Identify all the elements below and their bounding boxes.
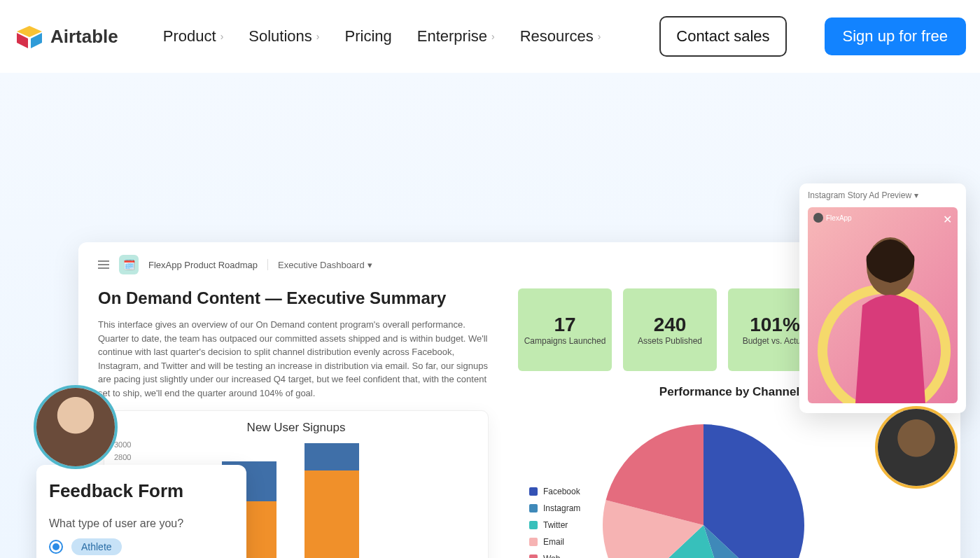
legend-item: Instagram [529,503,580,513]
nav-resources[interactable]: Resources› [520,27,601,46]
bar-column [304,443,359,558]
legend-item: Twitter [529,520,580,530]
chevron-right-icon: › [316,31,320,42]
dashboard-title: On Demand Content — Executive Summary [98,288,490,308]
instagram-story-image: FlexApp ✕ [808,207,958,403]
contact-sales-button[interactable]: Contact sales [659,16,786,57]
logo[interactable]: Airtable [14,23,118,50]
legend-item: Facebook [529,487,580,496]
chevron-right-icon: › [491,31,495,42]
instagram-account-tag: FlexApp [813,213,852,223]
avatar [34,385,118,469]
person-graphic [834,228,946,403]
legend-item: Web [529,554,580,558]
nav-links: Product› Solutions› Pricing Enterprise› … [163,27,601,46]
kpi-assets: 240Assets Published [623,288,717,371]
close-icon[interactable]: ✕ [943,213,952,226]
hero: 🗓️ FlexApp Product Roadmap Executive Das… [0,73,980,558]
nav-solutions[interactable]: Solutions› [248,27,319,46]
view-dropdown[interactable]: Executive Dashboard▾ [278,260,372,270]
menu-icon[interactable] [98,260,109,269]
instagram-preview-card: Instagram Story Ad Preview▾ FlexApp ✕ [799,183,966,413]
nav-enterprise[interactable]: Enterprise› [417,27,495,46]
nav-product[interactable]: Product› [163,27,224,46]
pie-chart [598,420,808,558]
signup-button[interactable]: Sign up for free [825,18,966,55]
chevron-right-icon: › [598,31,601,42]
chevron-right-icon: › [220,31,224,42]
bar-chart-title: New User Signups [111,421,481,435]
instagram-title[interactable]: Instagram Story Ad Preview▾ [808,190,958,200]
chevron-down-icon: ▾ [914,190,918,200]
chevron-down-icon: ▾ [368,260,372,270]
dashboard-summary: This interface gives an overview of our … [98,318,490,400]
nav-pricing[interactable]: Pricing [345,27,392,46]
feedback-title: Feedback Form [49,480,234,502]
avatar [875,406,958,489]
feedback-question: What type of user are you? [49,517,234,530]
brand-name: Airtable [50,26,118,48]
radio-icon [49,540,63,554]
pie-legend: Facebook Instagram Twitter Email Web [529,487,580,558]
feedback-form-card: Feedback Form What type of user are you?… [36,465,246,558]
workspace-name: FlexApp Product Roadmap [148,260,258,270]
radio-option-athlete[interactable]: Athlete [49,538,234,555]
legend-item: Email [529,537,580,547]
logo-icon [14,23,45,50]
kpi-campaigns: 17Campaigns Launched [518,288,612,371]
workspace-icon: 🗓️ [119,255,139,274]
top-nav: Airtable Product› Solutions› Pricing Ent… [0,0,980,73]
